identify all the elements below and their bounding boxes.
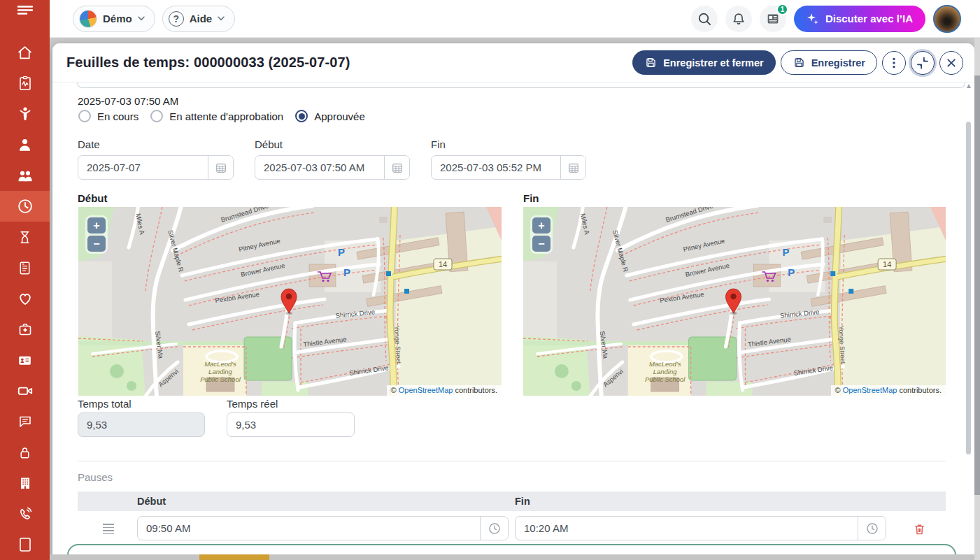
section-divider bbox=[78, 461, 946, 461]
map-attribution: © OpenStreetMap contributors. bbox=[831, 385, 946, 396]
status-option-en-attente[interactable]: En attente d'approbation bbox=[150, 110, 283, 122]
pauses-col-start: Début bbox=[137, 491, 166, 511]
approval-timestamp: 2025-07-03 07:50 AM bbox=[78, 95, 178, 107]
delete-pause-button[interactable] bbox=[911, 521, 927, 536]
page-scrollbar-thumb[interactable] bbox=[974, 76, 980, 495]
building-icon bbox=[17, 475, 34, 491]
notification-badge: 1 bbox=[776, 3, 788, 15]
parking-icon: P bbox=[788, 266, 795, 278]
user-avatar[interactable] bbox=[933, 5, 961, 33]
map-start[interactable]: 14 P P Brumstead Drive bbox=[78, 207, 502, 396]
date-calendar-button[interactable] bbox=[208, 156, 233, 179]
date-input[interactable]: 2025-07-07 bbox=[78, 156, 208, 179]
sidebar-item-activities[interactable] bbox=[0, 99, 50, 129]
more-options-button[interactable] bbox=[882, 51, 906, 75]
osm-link[interactable]: OpenStreetMap bbox=[843, 386, 897, 394]
chat-icon bbox=[17, 413, 34, 430]
zoom-out-button[interactable]: − bbox=[87, 236, 106, 252]
chat-ai-button[interactable]: Discuter avec l’IA bbox=[794, 6, 925, 32]
end-calendar-button[interactable] bbox=[560, 156, 585, 179]
map-end[interactable]: 14 P P Brumstead Drive bbox=[523, 207, 946, 396]
workspace-logo-icon bbox=[79, 10, 97, 28]
sidebar-item-home[interactable] bbox=[0, 37, 50, 68]
real-time-label: Temps réel bbox=[227, 398, 278, 410]
real-time-input[interactable]: 9,53 bbox=[227, 412, 355, 437]
sidebar-item-history[interactable] bbox=[0, 222, 50, 252]
school-label: Public School bbox=[200, 375, 241, 383]
page-scrollbar[interactable] bbox=[974, 38, 980, 560]
sidebar-item-calls[interactable] bbox=[0, 498, 50, 529]
sidebar-item-employee[interactable] bbox=[0, 129, 50, 160]
horizontal-scrollbar-thumb[interactable] bbox=[199, 554, 269, 560]
sidebar-item-medical[interactable] bbox=[0, 314, 50, 345]
drag-handle[interactable] bbox=[103, 524, 114, 534]
pause-end-input[interactable]: 10:20 AM bbox=[516, 517, 858, 540]
end-input-group: 2025-07-03 05:52 PM bbox=[431, 155, 586, 180]
chevron-down-icon bbox=[218, 16, 225, 21]
sidebar-item-devices[interactable] bbox=[0, 529, 50, 560]
tablet-icon bbox=[17, 536, 34, 553]
calendar-icon bbox=[391, 161, 404, 174]
sidebar-item-reports[interactable] bbox=[0, 68, 50, 99]
save-and-close-button[interactable]: Enregistrer et fermer bbox=[632, 50, 775, 75]
status-option-en-cours[interactable]: En cours bbox=[78, 110, 139, 122]
zoom-in-button[interactable]: + bbox=[87, 217, 106, 234]
sidebar-item-company[interactable] bbox=[0, 468, 50, 498]
collapse-window-button[interactable] bbox=[911, 51, 935, 75]
horizontal-scrollbar[interactable] bbox=[50, 554, 974, 560]
modal-header: Feuilles de temps: 000000033 (2025-07-07… bbox=[52, 43, 974, 82]
lock-icon bbox=[17, 445, 33, 461]
radio-icon[interactable] bbox=[150, 110, 163, 122]
search-button[interactable] bbox=[691, 6, 718, 32]
scroll-up-arrow-icon[interactable] bbox=[967, 84, 971, 88]
zoom-in-button[interactable]: + bbox=[532, 217, 551, 234]
zoom-out-button[interactable]: − bbox=[532, 236, 551, 252]
sidebar-item-favorites[interactable] bbox=[0, 283, 50, 314]
sidebar-item-notes[interactable] bbox=[0, 252, 50, 283]
billing-button[interactable]: 1 bbox=[760, 6, 786, 32]
help-dropdown[interactable]: ? Aide bbox=[162, 6, 236, 32]
sidebar-item-messages[interactable] bbox=[0, 406, 50, 437]
person-icon bbox=[16, 136, 34, 154]
pause-start-time-button[interactable] bbox=[480, 517, 508, 540]
radio-icon[interactable] bbox=[78, 110, 91, 122]
compress-icon bbox=[911, 51, 934, 75]
search-icon bbox=[697, 11, 712, 27]
app-root: Démo ? Aide 1 Discuter avec l’IA bbox=[0, 0, 980, 560]
school-label: MacLeod's bbox=[649, 360, 681, 368]
topbar: Démo ? Aide 1 Discuter avec l’IA bbox=[50, 0, 980, 38]
map-zoom-control: + − bbox=[530, 215, 553, 254]
total-time-input: 9,53 bbox=[78, 412, 205, 437]
close-modal-button[interactable] bbox=[939, 51, 963, 75]
sidebar-item-timesheets[interactable] bbox=[0, 191, 50, 222]
modal-scrollbar[interactable] bbox=[966, 82, 972, 560]
sidebar-item-video[interactable] bbox=[0, 375, 50, 406]
person-arms-up-icon bbox=[17, 106, 34, 122]
menu-toggle-button[interactable] bbox=[0, 0, 50, 19]
osm-link[interactable]: OpenStreetMap bbox=[399, 386, 453, 394]
start-input[interactable]: 2025-07-03 07:50 AM bbox=[255, 156, 384, 179]
workspace-dropdown[interactable]: Démo bbox=[73, 6, 155, 32]
sidebar-item-idcard[interactable] bbox=[0, 345, 50, 375]
hourglass-icon bbox=[17, 229, 33, 245]
end-input[interactable]: 2025-07-03 05:52 PM bbox=[432, 156, 560, 179]
sidebar-item-team[interactable] bbox=[0, 160, 50, 191]
hamburger-icon bbox=[17, 1, 34, 18]
save-button[interactable]: Enregistrer bbox=[781, 50, 877, 75]
sidebar-item-security[interactable] bbox=[0, 437, 50, 468]
radio-icon-selected[interactable] bbox=[295, 110, 308, 122]
save-label: Enregistrer bbox=[811, 57, 865, 69]
clipboard-activity-icon bbox=[17, 75, 34, 92]
start-calendar-button[interactable] bbox=[384, 156, 409, 179]
pause-end-time-button[interactable] bbox=[858, 517, 886, 540]
parking-icon: P bbox=[782, 246, 789, 258]
start-input-group: 2025-07-03 07:50 AM bbox=[255, 155, 410, 180]
help-icon: ? bbox=[169, 11, 184, 27]
kebab-icon bbox=[883, 51, 905, 75]
parking-icon: P bbox=[338, 246, 345, 258]
modal-scrollbar-thumb[interactable] bbox=[966, 122, 971, 454]
pause-start-input[interactable]: 09:50 AM bbox=[138, 517, 480, 540]
status-option-approuvee[interactable]: Approuvée bbox=[295, 110, 365, 122]
start-label: Début bbox=[255, 138, 283, 150]
notifications-button[interactable] bbox=[725, 6, 752, 32]
